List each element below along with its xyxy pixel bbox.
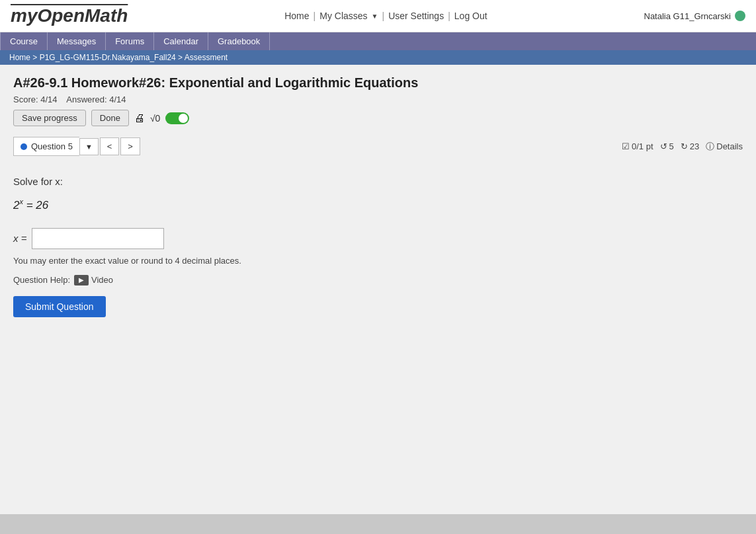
retry-icon: ↺ [660, 141, 667, 151]
question-prev-button[interactable]: < [100, 137, 120, 155]
save-progress-button[interactable]: Save progress [13, 110, 86, 126]
sqrt-icon[interactable]: √0 [150, 113, 160, 124]
solve-prompt: Solve for x: [13, 176, 743, 187]
info-icon: ⓘ [706, 141, 714, 153]
user-name: Natalia G11_Grncarski [644, 11, 732, 21]
video-link[interactable]: ▶ Video [74, 275, 113, 286]
question-label: Question 5 [13, 137, 79, 156]
question-number: Question 5 [31, 141, 73, 151]
answer-row: x = [13, 228, 743, 249]
checkbox-icon: ☑ [622, 141, 630, 151]
user-info: Natalia G11_Grncarski [644, 11, 746, 21]
page-title: A#26-9.1 Homework#26: Exponential and Lo… [13, 75, 743, 91]
top-nav: Home | My Classes ▼ | User Settings | Lo… [284, 11, 487, 21]
nav-sep-1: | [314, 11, 316, 21]
my-classes-dropdown-icon[interactable]: ▼ [372, 13, 378, 20]
question-dropdown-button[interactable]: ▼ [79, 138, 99, 155]
meta-attempts: ↻ 23 [681, 141, 699, 151]
tab-navigation: Course Messages Forums Calendar Gradeboo… [0, 32, 756, 50]
question-body: Solve for x: 2x = 26 x = You may enter t… [13, 169, 743, 324]
hint-text: You may enter the exact value or round t… [13, 256, 743, 266]
tab-course[interactable]: Course [0, 32, 48, 50]
tab-messages[interactable]: Messages [48, 32, 106, 50]
nav-home[interactable]: Home [284, 11, 309, 21]
site-logo: myOpenMath [11, 5, 128, 26]
main-content: A#26-9.1 Homework#26: Exponential and Lo… [0, 65, 756, 514]
question-status-dot [21, 143, 27, 150]
meta-details[interactable]: ⓘ Details [706, 141, 743, 153]
nav-log-out[interactable]: Log Out [454, 11, 487, 21]
breadcrumb: Home > P1G_LG-GM115-Dr.Nakayama_Fall24 >… [0, 50, 756, 65]
print-icon[interactable]: 🖨 [134, 112, 145, 124]
video-icon: ▶ [74, 275, 89, 286]
nav-sep-3: | [448, 11, 450, 21]
nav-user-settings[interactable]: User Settings [388, 11, 444, 21]
question-help-row: Question Help: ▶ Video [13, 275, 743, 286]
user-avatar-icon [735, 11, 745, 21]
nav-sep-2: | [382, 11, 384, 21]
answered-value: Answered: 4/14 [66, 95, 126, 104]
video-label: Video [91, 275, 113, 285]
question-help-label: Question Help: [13, 275, 70, 285]
toggle-switch[interactable] [165, 112, 189, 124]
score-value: Score: 4/14 [13, 95, 58, 104]
question-selector: Question 5 ▼ < > [13, 137, 140, 156]
tab-forums[interactable]: Forums [106, 32, 154, 50]
attempts-icon: ↻ [681, 141, 688, 151]
question-next-button[interactable]: > [120, 137, 140, 155]
question-meta: ☑ 0/1 pt ↺ 5 ↻ 23 ⓘ Details [622, 141, 743, 153]
nav-my-classes[interactable]: My Classes [319, 11, 367, 21]
answer-label: x = [13, 233, 26, 244]
score-line: Score: 4/14 Answered: 4/14 [13, 95, 743, 104]
question-nav-row: Question 5 ▼ < > ☑ 0/1 pt ↺ 5 ↻ 23 ⓘ Det… [13, 137, 743, 156]
tab-gradebook[interactable]: Gradebook [208, 32, 270, 50]
answer-input[interactable] [32, 228, 164, 249]
page-header: myOpenMath Home | My Classes ▼ | User Se… [0, 0, 756, 32]
toolbar: Save progress Done 🖨 √0 [13, 110, 743, 126]
submit-question-button[interactable]: Submit Question [13, 296, 106, 317]
done-button[interactable]: Done [91, 110, 129, 126]
equation-display: 2x = 26 [13, 198, 743, 212]
meta-points: ☑ 0/1 pt [622, 141, 653, 151]
meta-retries: ↺ 5 [660, 141, 674, 151]
tab-calendar[interactable]: Calendar [154, 32, 208, 50]
